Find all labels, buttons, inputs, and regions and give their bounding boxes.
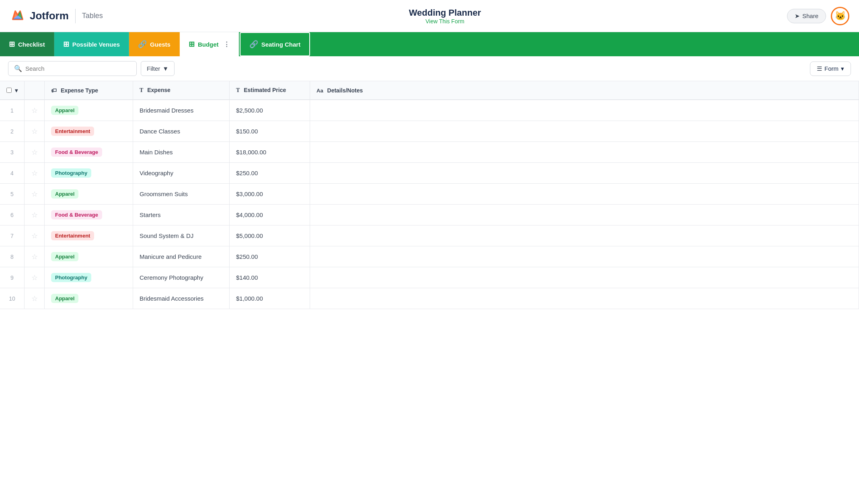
- table-row: 5 ☆ Apparel Groomsmen Suits $3,000.00: [0, 184, 859, 205]
- th-expense-type: 🏷 Expense Type: [45, 81, 133, 100]
- header-center: Wedding Planner View This Form: [409, 8, 481, 25]
- th-chevron-icon: ▾: [15, 87, 18, 94]
- tab-guests-label: Guests: [150, 41, 171, 48]
- row-expense: Groomsmen Suits: [133, 184, 230, 205]
- guests-tab-icon: 🔗: [138, 40, 147, 49]
- logo-text: Jotform: [30, 10, 69, 22]
- budget-tab-dots: ⋮: [224, 41, 230, 48]
- row-expense: Dance Classes: [133, 121, 230, 142]
- row-notes: [310, 225, 859, 246]
- row-star[interactable]: ☆: [25, 100, 45, 121]
- row-star[interactable]: ☆: [25, 267, 45, 288]
- table-row: 3 ☆ Food & Beverage Main Dishes $18,000.…: [0, 142, 859, 163]
- view-form-link[interactable]: View This Form: [409, 18, 481, 25]
- row-number: 2: [0, 121, 25, 142]
- row-expense-type: Apparel: [45, 100, 133, 121]
- expense-icon: T: [140, 87, 143, 93]
- search-box: 🔍: [8, 61, 137, 76]
- row-number: 6: [0, 205, 25, 225]
- row-expense: Sound System & DJ: [133, 225, 230, 246]
- share-label: Share: [802, 12, 818, 19]
- budget-table: ▾ 🏷 Expense Type T Expense T Estimated P…: [0, 81, 859, 309]
- budget-tab-icon: ⊞: [189, 40, 195, 49]
- table-row: 1 ☆ Apparel Bridesmaid Dresses $2,500.00: [0, 100, 859, 121]
- table-row: 2 ☆ Entertainment Dance Classes $150.00: [0, 121, 859, 142]
- row-expense: Main Dishes: [133, 142, 230, 163]
- row-number: 1: [0, 100, 25, 121]
- filter-button[interactable]: Filter ▼: [141, 61, 175, 76]
- row-star[interactable]: ☆: [25, 142, 45, 163]
- avatar[interactable]: 🐱: [831, 7, 849, 25]
- row-star[interactable]: ☆: [25, 205, 45, 225]
- th-star: [25, 81, 45, 100]
- row-star[interactable]: ☆: [25, 163, 45, 184]
- form-button[interactable]: ☰ Form ▾: [810, 61, 851, 76]
- row-notes: [310, 288, 859, 309]
- row-expense-type: Apparel: [45, 184, 133, 205]
- row-notes: [310, 205, 859, 225]
- expense-type-badge: Apparel: [51, 252, 78, 261]
- venues-tab-icon: ⊞: [63, 40, 69, 49]
- row-number: 10: [0, 288, 25, 309]
- row-expense: Ceremony Photography: [133, 267, 230, 288]
- tab-guests[interactable]: 🔗 Guests: [129, 32, 180, 56]
- row-number: 4: [0, 163, 25, 184]
- expense-type-badge: Entertainment: [51, 127, 94, 136]
- tab-venues-label: Possible Venues: [72, 41, 120, 48]
- header-right: ➤ Share 🐱: [787, 7, 849, 25]
- select-all-checkbox[interactable]: [6, 88, 12, 93]
- logo: Jotform: [10, 8, 69, 24]
- row-number: 3: [0, 142, 25, 163]
- expense-type-badge: Entertainment: [51, 231, 94, 240]
- row-star[interactable]: ☆: [25, 121, 45, 142]
- expense-type-icon: 🏷: [51, 87, 57, 94]
- header-left: Jotform Tables: [10, 8, 103, 24]
- form-chevron-icon: ▾: [841, 65, 844, 72]
- row-notes: [310, 163, 859, 184]
- filter-icon: ▼: [162, 65, 169, 72]
- row-expense: Manicure and Pedicure: [133, 246, 230, 267]
- price-icon: T: [236, 87, 240, 93]
- row-notes: [310, 121, 859, 142]
- row-number: 5: [0, 184, 25, 205]
- table-header-row: ▾ 🏷 Expense Type T Expense T Estimated P…: [0, 81, 859, 100]
- row-price: $250.00: [230, 246, 310, 267]
- expense-type-badge: Apparel: [51, 294, 78, 303]
- row-star[interactable]: ☆: [25, 184, 45, 205]
- row-expense: Bridesmaid Dresses: [133, 100, 230, 121]
- table-row: 7 ☆ Entertainment Sound System & DJ $5,0…: [0, 225, 859, 246]
- row-expense: Starters: [133, 205, 230, 225]
- row-star[interactable]: ☆: [25, 246, 45, 267]
- row-price: $140.00: [230, 267, 310, 288]
- row-star[interactable]: ☆: [25, 225, 45, 246]
- th-expense: T Expense: [133, 81, 230, 100]
- row-number: 8: [0, 246, 25, 267]
- tab-checklist[interactable]: ⊞ Checklist: [0, 32, 54, 56]
- share-button[interactable]: ➤ Share: [787, 9, 826, 23]
- row-expense: Bridesmaid Accessories: [133, 288, 230, 309]
- expense-type-badge: Food & Beverage: [51, 148, 102, 157]
- row-star[interactable]: ☆: [25, 288, 45, 309]
- toolbar: 🔍 Filter ▼ ☰ Form ▾: [0, 56, 859, 81]
- checklist-tab-icon: ⊞: [9, 40, 15, 49]
- seating-tab-icon: 🔗: [249, 40, 258, 49]
- tab-budget[interactable]: ⊞ Budget ⋮: [180, 32, 239, 56]
- app-title: Wedding Planner: [409, 8, 481, 18]
- search-icon: 🔍: [14, 65, 22, 72]
- tab-seating-chart[interactable]: 🔗 Seating Chart: [240, 32, 310, 56]
- table-row: 6 ☆ Food & Beverage Starters $4,000.00: [0, 205, 859, 225]
- row-notes: [310, 246, 859, 267]
- header: Jotform Tables Wedding Planner View This…: [0, 0, 859, 32]
- table-row: 4 ☆ Photography Videography $250.00: [0, 163, 859, 184]
- row-expense-type: Entertainment: [45, 225, 133, 246]
- form-icon: ☰: [817, 65, 822, 72]
- row-number: 9: [0, 267, 25, 288]
- tab-possible-venues[interactable]: ⊞ Possible Venues: [54, 32, 129, 56]
- search-input[interactable]: [25, 65, 131, 72]
- tables-label: Tables: [82, 12, 103, 20]
- row-price: $18,000.00: [230, 142, 310, 163]
- jotform-logo-icon: [10, 8, 26, 24]
- tab-seating-label: Seating Chart: [261, 41, 301, 48]
- row-notes: [310, 184, 859, 205]
- expense-type-badge: Photography: [51, 168, 91, 178]
